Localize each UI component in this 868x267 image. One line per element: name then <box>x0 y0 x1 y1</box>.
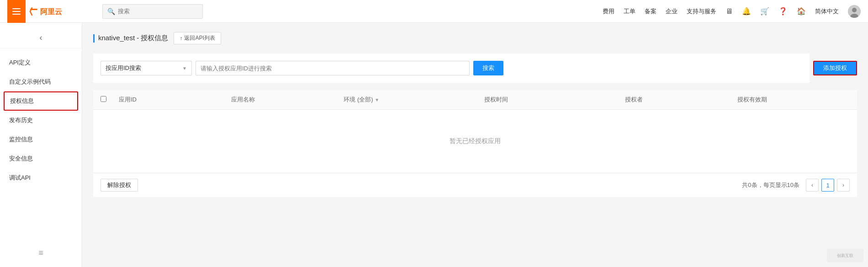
search-app-id-input[interactable] <box>196 61 470 75</box>
nav-enterprise[interactable]: 企业 <box>666 7 677 16</box>
table-header: 应用ID 应用名称 环境 (全部) ▼ 授权时间 授权者 授权有效期 <box>93 90 857 110</box>
page-1-button[interactable]: 1 <box>821 179 834 192</box>
layout: ‹ API定义 自定义示例代码 授权信息 发布历史 监控信息 安全信息 调试AP… <box>0 23 868 267</box>
sidebar-item-debug-api[interactable]: 调试API <box>0 168 82 187</box>
sidebar-item-security-info[interactable]: 安全信息 <box>0 149 82 168</box>
svg-rect-1 <box>12 11 21 12</box>
bottom-logo-text: 创新互联 <box>837 253 853 259</box>
dropdown-chevron-icon: ▼ <box>182 66 187 71</box>
next-page-button[interactable]: › <box>837 179 850 192</box>
search-toolbar: 按应用ID搜索 ▼ 搜索 <box>93 53 810 83</box>
col-header-app-id: 应用ID <box>119 96 231 104</box>
top-nav: 阿里云 🔍 费用 工单 备案 企业 支持与服务 🖥 🔔 🛒 ❓ 🏠 简体中文 <box>0 0 868 23</box>
hamburger-button[interactable] <box>7 0 26 23</box>
cart-icon[interactable]: 🛒 <box>760 7 769 16</box>
search-button[interactable]: 搜索 <box>473 61 503 75</box>
sidebar-item-publish-history[interactable]: 发布历史 <box>0 111 82 130</box>
nav-lang[interactable]: 简体中文 <box>815 7 839 16</box>
svg-rect-2 <box>12 14 21 15</box>
col-header-app-name: 应用名称 <box>231 96 344 104</box>
page-info: 共0条，每页显示10条 <box>742 181 799 189</box>
env-label: 环境 (全部) <box>344 96 373 103</box>
logo[interactable]: 阿里云 <box>29 4 84 19</box>
back-arrow-icon: ↑ <box>180 35 182 42</box>
svg-point-6 <box>852 8 857 12</box>
sidebar: ‹ API定义 自定义示例代码 授权信息 发布历史 监控信息 安全信息 调试AP… <box>0 23 82 267</box>
sidebar-item-api-def[interactable]: API定义 <box>0 53 82 72</box>
back-to-api-list-button[interactable]: ↑ 返回API列表 <box>174 32 221 44</box>
svg-rect-0 <box>12 8 21 9</box>
col-header-env[interactable]: 环境 (全部) ▼ <box>344 96 484 104</box>
col-header-authorizer: 授权者 <box>625 96 737 104</box>
svg-text:阿里云: 阿里云 <box>40 8 62 16</box>
nav-fee[interactable]: 费用 <box>603 7 614 16</box>
select-all-checkbox[interactable] <box>101 96 106 102</box>
auth-table: 应用ID 应用名称 环境 (全部) ▼ 授权时间 授权者 授权有效期 暂无已经授… <box>93 90 857 197</box>
back-btn-label: 返回API列表 <box>184 34 215 42</box>
nav-right: 费用 工单 备案 企业 支持与服务 🖥 🔔 🛒 ❓ 🏠 简体中文 <box>603 5 861 18</box>
logo-text: 阿里云 <box>29 4 84 19</box>
notification-icon[interactable]: 🔔 <box>742 7 751 16</box>
avatar-icon <box>848 5 861 18</box>
main-content: knative_test - 授权信息 ↑ 返回API列表 按应用ID搜索 ▼ … <box>82 23 868 267</box>
add-auth-button[interactable]: 添加授权 <box>813 61 857 75</box>
prev-page-button[interactable]: ‹ <box>806 179 819 192</box>
col-header-validity: 授权有效期 <box>737 96 850 104</box>
page-header: knative_test - 授权信息 ↑ 返回API列表 <box>93 32 857 44</box>
search-select-label: 按应用ID搜索 <box>106 64 141 72</box>
page-title: knative_test - 授权信息 <box>98 34 168 43</box>
home-icon[interactable]: 🏠 <box>797 7 806 16</box>
nav-ticket[interactable]: 工单 <box>624 7 635 16</box>
table-footer: 解除授权 共0条，每页显示10条 ‹ 1 › <box>93 173 857 197</box>
monitor-icon[interactable]: 🖥 <box>725 7 733 16</box>
sidebar-bottom-icon[interactable]: ≡ <box>38 248 43 258</box>
sidebar-item-monitor-info[interactable]: 监控信息 <box>0 130 82 149</box>
search-select-dropdown[interactable]: 按应用ID搜索 ▼ <box>101 61 192 75</box>
bottom-logo: 创新互联 <box>827 249 863 262</box>
table-empty-state: 暂无已经授权应用 <box>93 110 857 173</box>
col-header-auth-time: 授权时间 <box>484 96 625 104</box>
search-icon: 🔍 <box>107 8 115 15</box>
sidebar-collapse-btn[interactable]: ‹ <box>0 27 82 48</box>
pagination: 共0条，每页显示10条 ‹ 1 › <box>742 179 850 192</box>
empty-text: 暂无已经授权应用 <box>450 137 501 145</box>
sidebar-item-custom-demo[interactable]: 自定义示例代码 <box>0 72 82 91</box>
global-search[interactable]: 🔍 <box>102 4 203 19</box>
nav-support[interactable]: 支持与服务 <box>687 7 716 16</box>
help-icon[interactable]: ❓ <box>778 7 788 16</box>
env-dropdown-icon: ▼ <box>375 97 379 102</box>
sidebar-item-auth-info[interactable]: 授权信息 <box>4 91 78 111</box>
table-col-check <box>101 96 119 103</box>
nav-beian[interactable]: 备案 <box>645 7 656 16</box>
title-divider <box>93 34 95 43</box>
revoke-auth-button[interactable]: 解除授权 <box>101 179 138 192</box>
global-search-input[interactable] <box>118 8 198 15</box>
page-title-bar: knative_test - 授权信息 <box>93 34 168 43</box>
aliyun-logo-svg: 阿里云 <box>29 4 84 19</box>
sidebar-menu: API定义 自定义示例代码 授权信息 发布历史 监控信息 安全信息 调试API <box>0 48 82 192</box>
user-avatar[interactable] <box>848 5 861 18</box>
